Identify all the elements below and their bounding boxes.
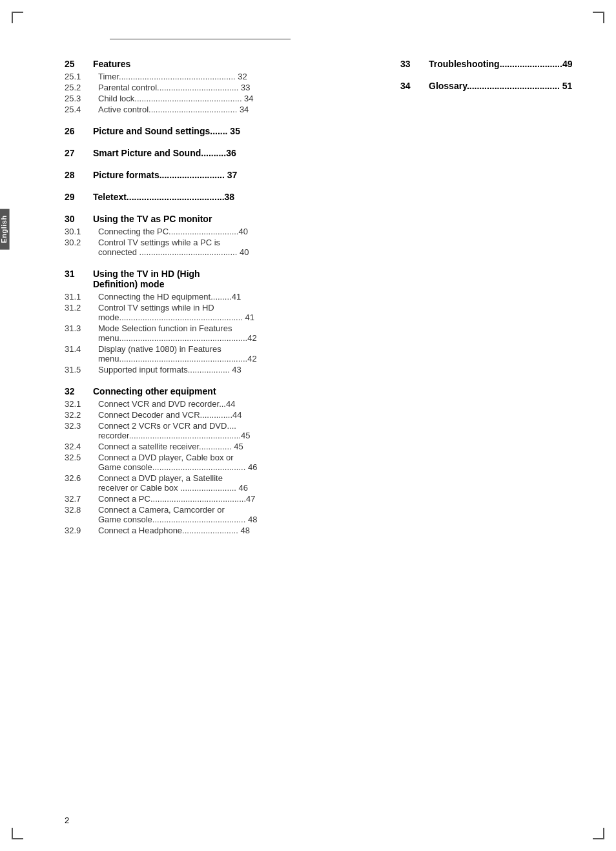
toc-sub-31-4: 31.4 Display (native 1080) in Featuresme…: [65, 344, 375, 364]
corner-mark-br: [593, 828, 604, 839]
sub-text-32-1: Connect VCR and DVD recorder...44: [98, 399, 375, 409]
section-number-34: 34: [400, 81, 421, 91]
toc-section-34: 34 Glossary.............................…: [400, 81, 572, 91]
sub-text-31-5: Supported input formats.................…: [98, 365, 375, 374]
toc-sub-32-3: 32.3 Connect 2 VCRs or VCR and DVD....re…: [65, 421, 375, 440]
sub-number-30-2: 30.2: [65, 238, 93, 247]
toc-sub-31-1: 31.1 Connecting the HD equipment........…: [65, 292, 375, 302]
sub-number-32-6: 32.6: [65, 473, 93, 483]
sub-text-30-2: Control TV settings while a PC isconnect…: [98, 238, 375, 257]
sub-number-31-1: 31.1: [65, 292, 93, 302]
section-number-32: 32: [65, 386, 85, 396]
sub-number-25-1: 25.1: [65, 72, 93, 81]
section-number-25: 25: [65, 59, 85, 69]
toc-main-32: 32 Connecting other equipment: [65, 386, 375, 396]
toc-sub-32-6: 32.6 Connect a DVD player, a Satellitere…: [65, 473, 375, 493]
toc-section-33: 33 Troubleshooting......................…: [400, 59, 572, 69]
toc-section-30: 30 Using the TV as PC monitor 30.1 Conne…: [65, 214, 375, 257]
sub-text-31-2: Control TV settings while in HDmode.....…: [98, 303, 375, 322]
toc-main-33: 33 Troubleshooting......................…: [400, 59, 572, 69]
sub-number-32-3: 32.3: [65, 421, 93, 431]
sub-text-25-3: Child lock..............................…: [98, 94, 375, 103]
section-title-26: Picture and Sound settings....... 35: [93, 126, 375, 136]
side-tab-container: English: [0, 207, 18, 258]
toc-sub-32-8: 32.8 Connect a Camera, Camcorder orGame …: [65, 505, 375, 524]
toc-sub-25-2: 25.2 Parental control...................…: [65, 83, 375, 92]
section-title-34: Glossary................................…: [429, 81, 572, 91]
corner-mark-tl: [12, 12, 23, 23]
left-column: 25 Features 25.1 Timer..................…: [65, 59, 375, 547]
toc-sub-31-2: 31.2 Control TV settings while in HDmode…: [65, 303, 375, 322]
sub-number-32-2: 32.2: [65, 410, 93, 420]
toc-sub-32-5: 32.5 Connect a DVD player, Cable box orG…: [65, 453, 375, 472]
section-number-30: 30: [65, 214, 85, 224]
toc-sub-25-3: 25.3 Child lock.........................…: [65, 94, 375, 103]
section-number-27: 27: [65, 148, 85, 158]
section-title-31: Using the TV in HD (HighDefinition) mode: [93, 269, 375, 289]
sub-number-32-7: 32.7: [65, 494, 93, 504]
sub-text-25-1: Timer...................................…: [98, 72, 375, 81]
sub-number-31-3: 31.3: [65, 323, 93, 333]
right-column: 33 Troubleshooting......................…: [375, 59, 572, 547]
toc-sub-32-7: 32.7 Connect a PC.......................…: [65, 494, 375, 504]
sub-text-31-1: Connecting the HD equipment.........41: [98, 292, 375, 302]
sub-number-32-8: 32.8: [65, 505, 93, 515]
toc-section-32: 32 Connecting other equipment 32.1 Conne…: [65, 386, 375, 535]
sub-number-31-4: 31.4: [65, 344, 93, 354]
toc-section-25: 25 Features 25.1 Timer..................…: [65, 59, 375, 114]
toc-section-29: 29 Teletext.............................…: [65, 192, 375, 202]
sub-text-32-5: Connect a DVD player, Cable box orGame c…: [98, 453, 375, 472]
toc-sub-32-4: 32.4 Connect a satellite receiver.......…: [65, 442, 375, 451]
sub-text-31-3: Mode Selection function in Featuresmenu.…: [98, 323, 375, 343]
section-title-33: Troubleshooting.........................…: [429, 59, 572, 69]
toc-section-27: 27 Smart Picture and Sound..........36: [65, 148, 375, 158]
toc-section-28: 28 Picture formats......................…: [65, 170, 375, 180]
toc-sub-25-1: 25.1 Timer..............................…: [65, 72, 375, 81]
corner-mark-bl: [12, 828, 23, 839]
sub-text-32-4: Connect a satellite receiver............…: [98, 442, 375, 451]
section-title-32: Connecting other equipment: [93, 386, 375, 396]
corner-mark-tr: [593, 12, 604, 23]
page: English 25 Features 25.1 Timer..........…: [0, 0, 616, 851]
section-number-26: 26: [65, 126, 85, 136]
sub-number-32-9: 32.9: [65, 526, 93, 535]
toc-sub-32-9: 32.9 Connect a Headphone................…: [65, 526, 375, 535]
section-number-31: 31: [65, 269, 85, 279]
sub-text-32-3: Connect 2 VCRs or VCR and DVD....recorde…: [98, 421, 375, 440]
sub-number-30-1: 30.1: [65, 227, 93, 236]
sub-number-25-3: 25.3: [65, 94, 93, 103]
toc-sub-25-4: 25.4 Active control.....................…: [65, 105, 375, 114]
toc-section-31: 31 Using the TV in HD (HighDefinition) m…: [65, 269, 375, 374]
sub-number-31-5: 31.5: [65, 365, 93, 374]
sub-text-32-2: Connect Decoder and VCR..............44: [98, 410, 375, 420]
sub-number-32-1: 32.1: [65, 399, 93, 409]
toc-sub-30-2: 30.2 Control TV settings while a PC isco…: [65, 238, 375, 257]
sub-text-32-6: Connect a DVD player, a Satellitereceive…: [98, 473, 375, 493]
sub-number-25-2: 25.2: [65, 83, 93, 92]
content-area: 25 Features 25.1 Timer..................…: [65, 59, 571, 547]
page-number-footer: 2: [65, 815, 69, 825]
sub-text-31-4: Display (native 1080) in Featuresmenu...…: [98, 344, 375, 364]
toc-main-30: 30 Using the TV as PC monitor: [65, 214, 375, 224]
section-title-25: Features: [93, 59, 375, 69]
section-number-28: 28: [65, 170, 85, 180]
sub-number-32-5: 32.5: [65, 453, 93, 462]
sub-number-31-2: 31.2: [65, 303, 93, 313]
toc-sub-31-5: 31.5 Supported input formats............…: [65, 365, 375, 374]
toc-sub-32-2: 32.2 Connect Decoder and VCR............…: [65, 410, 375, 420]
sub-number-25-4: 25.4: [65, 105, 93, 114]
toc-sub-32-1: 32.1 Connect VCR and DVD recorder...44: [65, 399, 375, 409]
section-title-28: Picture formats.........................…: [93, 170, 375, 180]
sub-text-25-2: Parental control........................…: [98, 83, 375, 92]
section-title-29: Teletext................................…: [93, 192, 375, 202]
sub-text-32-7: Connect a PC............................…: [98, 494, 375, 504]
toc-main-26: 26 Picture and Sound settings....... 35: [65, 126, 375, 136]
toc-main-34: 34 Glossary.............................…: [400, 81, 572, 91]
toc-sub-31-3: 31.3 Mode Selection function in Features…: [65, 323, 375, 343]
section-number-29: 29: [65, 192, 85, 202]
side-tab-label: English: [0, 209, 10, 249]
sub-text-32-8: Connect a Camera, Camcorder orGame conso…: [98, 505, 375, 524]
toc-sub-30-1: 30.1 Connecting the PC..................…: [65, 227, 375, 236]
toc-main-31: 31 Using the TV in HD (HighDefinition) m…: [65, 269, 375, 289]
toc-main-29: 29 Teletext.............................…: [65, 192, 375, 202]
